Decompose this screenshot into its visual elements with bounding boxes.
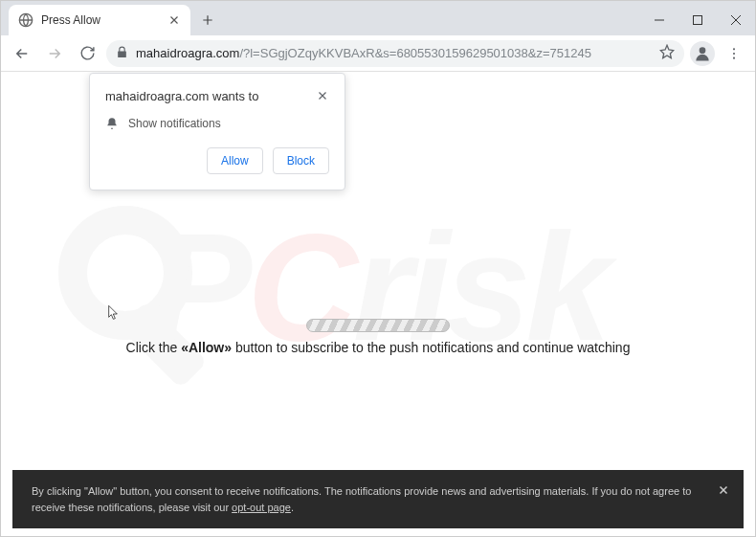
consent-close-icon[interactable] xyxy=(717,483,730,497)
block-button[interactable]: Block xyxy=(273,147,329,174)
reload-button[interactable] xyxy=(74,40,100,67)
lock-icon xyxy=(116,45,128,62)
msg-bold: «Allow» xyxy=(181,340,232,355)
new-tab-button[interactable] xyxy=(194,7,221,34)
url-host: mahaidroagra.com xyxy=(136,46,239,60)
permission-title: mahaidroagra.com wants to xyxy=(105,89,258,103)
tab-title: Press Allow xyxy=(41,13,160,27)
instruction-text: Click the «Allow» button to subscribe to… xyxy=(91,340,665,355)
consent-text: By clicking "Allow" button, you consent … xyxy=(32,485,691,513)
active-tab[interactable]: Press Allow xyxy=(9,5,190,35)
back-button[interactable] xyxy=(9,40,35,67)
allow-button[interactable]: Allow xyxy=(207,147,263,174)
url-text: mahaidroagra.com/?l=SGgjOZqyKKVBAxR&s=68… xyxy=(136,46,652,60)
cursor-icon xyxy=(106,304,122,320)
page-content: PCrisk mahaidroagra.com wants to Show no… xyxy=(1,72,755,536)
bookmark-icon[interactable] xyxy=(659,44,675,63)
consent-bar: By clicking "Allow" button, you consent … xyxy=(12,470,744,528)
svg-point-3 xyxy=(733,48,735,50)
loading-bar xyxy=(306,319,450,332)
minimize-button[interactable] xyxy=(640,5,678,35)
svg-point-2 xyxy=(700,47,706,54)
svg-point-5 xyxy=(733,56,735,58)
toolbar: mahaidroagra.com/?l=SGgjOZqyKKVBAxR&s=68… xyxy=(1,35,755,72)
browser-window: Press Allow xyxy=(0,0,756,537)
address-bar[interactable]: mahaidroagra.com/?l=SGgjOZqyKKVBAxR&s=68… xyxy=(106,40,684,67)
opt-out-link[interactable]: opt-out page xyxy=(232,502,291,513)
msg-pre: Click the xyxy=(126,340,182,355)
tab-bar: Press Allow xyxy=(1,1,755,35)
svg-rect-1 xyxy=(694,16,702,25)
bell-icon xyxy=(105,117,119,130)
consent-tail: . xyxy=(291,502,294,513)
kebab-menu-icon[interactable] xyxy=(721,40,747,67)
center-message: Click the «Allow» button to subscribe to… xyxy=(91,319,665,355)
forward-button[interactable] xyxy=(41,40,68,67)
url-path: /?l=SGgjOZqyKKVBAxR&s=680553015962950103… xyxy=(239,46,591,60)
notification-permission-popup: mahaidroagra.com wants to Show notificat… xyxy=(89,73,345,190)
permission-close-icon[interactable] xyxy=(316,89,329,102)
globe-icon xyxy=(18,12,33,28)
profile-avatar[interactable] xyxy=(690,41,715,66)
svg-point-4 xyxy=(733,52,735,54)
msg-post: button to subscribe to the push notifica… xyxy=(232,340,630,355)
permission-body: Show notifications xyxy=(128,117,221,130)
close-tab-icon[interactable] xyxy=(167,13,181,27)
close-window-button[interactable] xyxy=(717,5,755,35)
maximize-button[interactable] xyxy=(678,5,717,35)
